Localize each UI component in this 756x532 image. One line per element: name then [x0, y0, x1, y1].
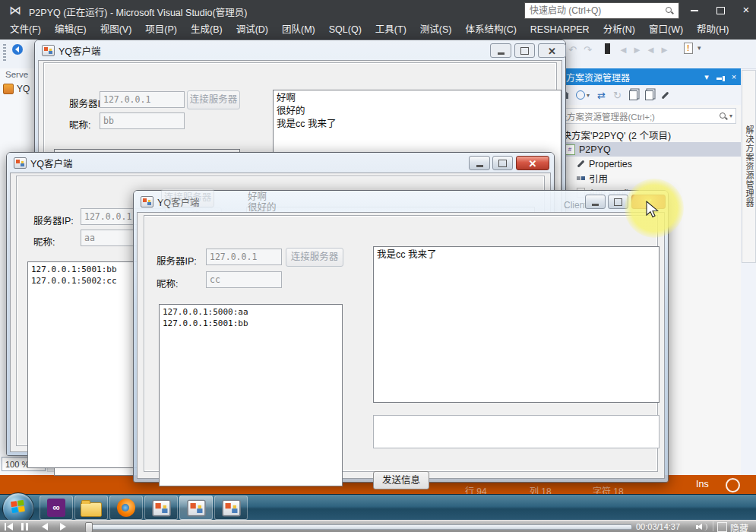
video-progress-thumb[interactable] — [85, 522, 93, 532]
solution-search-box[interactable]: 解决方案资源管理器(Ctrl+;) ▾ — [545, 108, 736, 124]
taskbar-item-yq-client-2[interactable] — [179, 496, 213, 520]
toolbar-grip — [3, 44, 6, 62]
chevron-down-icon[interactable]: ▾ — [700, 72, 713, 82]
document-tab-server[interactable]: Serve — [5, 70, 28, 79]
taskbar: ∞ — [0, 494, 756, 521]
menu-debug[interactable]: 调试(D) — [229, 21, 275, 40]
taskbar-item-yq-client-3[interactable] — [214, 496, 248, 520]
menu-sql[interactable]: SQL(Q) — [322, 21, 369, 40]
visual-studio-icon: ∞ — [47, 499, 65, 517]
vs-window-title: P2PYQ (正在运行) - Microsoft Visual Studio(管… — [29, 5, 247, 19]
menu-view[interactable]: 视图(V) — [93, 21, 139, 40]
connect-button[interactable]: 连接服务器 — [187, 90, 240, 109]
menu-help[interactable]: 帮助(H) — [690, 21, 735, 40]
close-button[interactable]: ✕ — [538, 43, 566, 58]
peer-listbox[interactable]: 127.0.0.1:5000:aa 127.0.0.1:5001:bb — [159, 304, 343, 486]
window-titlebar[interactable]: YQ客户端 ✕ — [38, 40, 562, 60]
menu-resharper[interactable]: RESHARPER — [524, 21, 596, 40]
tree-item-solution[interactable]: 解决方案'P2PYQ' (2 个项目) — [542, 128, 741, 142]
tree-item-properties[interactable]: Properties — [542, 157, 741, 171]
firefox-icon — [117, 499, 135, 517]
status-circle-icon — [726, 478, 740, 492]
task-list-icon[interactable]: ! — [684, 43, 693, 54]
maximize-button[interactable] — [492, 156, 513, 170]
csharp-project-icon: # — [565, 144, 575, 155]
pause-button[interactable] — [21, 523, 28, 530]
step-back-button[interactable] — [42, 523, 48, 530]
properties-tool-icon[interactable] — [661, 91, 669, 99]
taskbar-item-firefox[interactable] — [109, 496, 143, 520]
prev-bookmark-folder-icon[interactable]: ◄ — [646, 44, 656, 55]
taskbar-item-visual-studio[interactable]: ∞ — [40, 496, 73, 520]
toolbar-dropdown-icon[interactable]: ▾ — [697, 44, 701, 52]
close-button[interactable]: ✕ — [516, 156, 549, 170]
solution-explorer-header[interactable]: 解决方案资源管理器 ▾ × — [542, 68, 741, 85]
vs-close-button[interactable]: × — [734, 0, 756, 20]
server-ip-field[interactable] — [100, 91, 185, 108]
menu-project[interactable]: 项目(P) — [138, 21, 184, 40]
menu-analyze[interactable]: 分析(N) — [596, 21, 642, 40]
menu-tools[interactable]: 工具(T) — [369, 21, 413, 40]
volume-icon[interactable] — [696, 523, 708, 531]
menu-file[interactable]: 文件(F) — [3, 21, 48, 40]
next-bookmark-folder-icon[interactable]: ► — [660, 44, 669, 55]
menu-window[interactable]: 窗口(W) — [642, 21, 690, 40]
quick-launch-input[interactable] — [525, 5, 665, 16]
connect-button[interactable]: 连接服务器 — [286, 248, 343, 267]
client-window-cc[interactable]: YQ客户端 连接服务器 好啊 很好的 Client.cs ✕ 服务器IP: 连接… — [133, 190, 669, 483]
hide-checkbox[interactable] — [717, 522, 727, 532]
menu-team[interactable]: 团队(M) — [275, 21, 322, 40]
editor-symbol-row[interactable]: YQ — [3, 84, 30, 94]
vs-menubar: 文件(F) 编辑(E) 视图(V) 项目(P) 生成(B) 调试(D) 团队(M… — [0, 21, 756, 40]
menu-test[interactable]: 测试(S) — [413, 21, 459, 40]
video-progress-track[interactable] — [87, 524, 632, 530]
vs-maximize-button[interactable] — [708, 0, 732, 20]
minimize-button[interactable] — [585, 195, 606, 209]
taskbar-item-explorer[interactable] — [74, 496, 108, 520]
windows-logo-icon — [11, 500, 25, 514]
server-ip-label: 服务器IP: — [33, 213, 74, 227]
menu-build[interactable]: 生成(B) — [184, 21, 229, 40]
nickname-field[interactable] — [100, 112, 185, 129]
menu-architecture[interactable]: 体系结构(C) — [458, 21, 523, 40]
pin-icon[interactable] — [713, 72, 727, 81]
step-forward-button[interactable] — [60, 523, 66, 530]
refresh-icon[interactable]: ↻ — [613, 90, 622, 101]
nickname-label: 昵称: — [157, 276, 178, 290]
collapse-all-icon[interactable] — [629, 90, 637, 100]
menu-edit[interactable]: 编辑(E) — [48, 21, 93, 40]
window-titlebar[interactable]: YQ客户端 连接服务器 好啊 很好的 Client.cs ✕ — [137, 191, 665, 212]
taskbar-item-yq-client-1[interactable] — [144, 496, 178, 520]
navigate-back-icon[interactable] — [12, 44, 23, 55]
winforms-app-icon — [187, 499, 206, 516]
prev-bookmark-icon[interactable]: ◄ — [618, 44, 628, 55]
sync-icon[interactable]: ⇄ — [597, 90, 606, 101]
ghost-chat-text: 好啊 很好的 — [248, 192, 277, 213]
send-message-button[interactable]: 发送信息 — [373, 471, 429, 489]
quick-launch-box[interactable] — [524, 2, 679, 19]
minimize-button[interactable] — [469, 156, 490, 170]
server-ip-field[interactable] — [206, 249, 282, 265]
minimize-button[interactable] — [490, 43, 511, 58]
pending-changes-filter-icon[interactable]: ▾ — [576, 90, 590, 100]
chat-history-box[interactable]: 我是cc 我来了 — [373, 246, 660, 403]
editor-zoom-value: 100 % — [5, 460, 29, 469]
show-all-files-icon[interactable] — [645, 90, 653, 100]
comment-icon[interactable]: ↶ — [568, 44, 577, 55]
maximize-button[interactable] — [514, 43, 535, 58]
next-bookmark-icon[interactable]: ► — [632, 44, 642, 55]
chevron-down-icon: ▾ — [729, 112, 732, 119]
tree-item-label: Properties — [589, 159, 632, 169]
folder-icon — [81, 502, 102, 517]
uncomment-icon[interactable]: ↷ — [584, 44, 592, 55]
nickname-field[interactable] — [206, 271, 282, 288]
bookmark-icon[interactable] — [605, 43, 610, 54]
close-icon[interactable]: × — [727, 72, 741, 81]
class-icon — [3, 84, 14, 94]
message-input[interactable] — [373, 415, 660, 448]
window-titlebar[interactable]: YQ客户端 ✕ — [10, 153, 551, 173]
tree-item-project[interactable]: # P2PYQ — [542, 142, 741, 157]
solution-explorer-side-tab[interactable]: 解决方案资源管理器 — [742, 70, 756, 263]
vs-minimize-button[interactable] — [682, 0, 707, 20]
skip-start-button[interactable] — [5, 523, 13, 530]
